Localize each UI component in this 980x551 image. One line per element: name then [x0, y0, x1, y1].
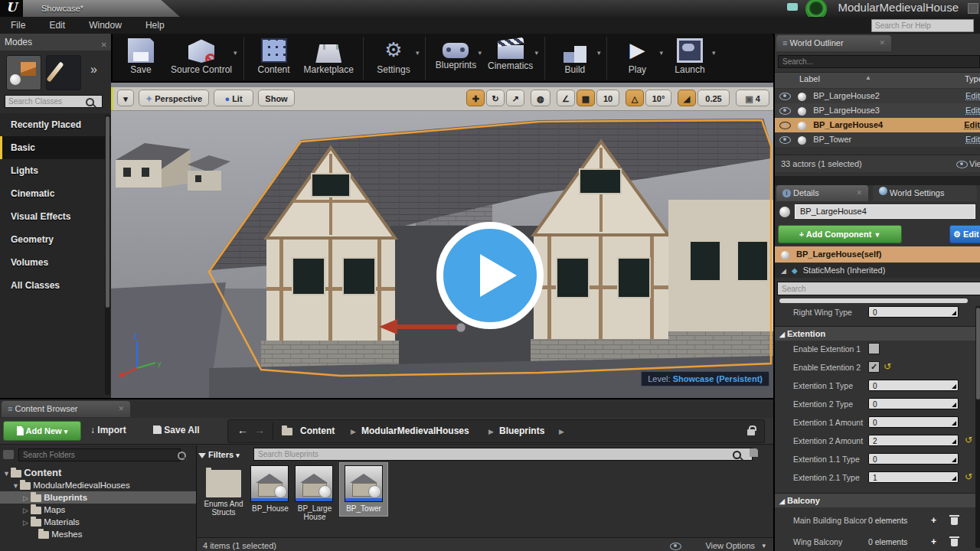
lock-icon[interactable]	[747, 429, 755, 435]
rotation-snap-button[interactable]: △	[626, 90, 644, 106]
show-button[interactable]: Show	[258, 90, 295, 106]
add-component-button[interactable]: + Add Component ▼	[778, 225, 902, 243]
extention-1-type-field[interactable]: 0	[868, 380, 959, 391]
modes-scrollbar[interactable]	[105, 115, 110, 395]
world-local-toggle-button[interactable]: ◍	[531, 90, 550, 106]
view-options-eye-icon[interactable]	[956, 161, 968, 168]
tree-folder-blueprints[interactable]: ▷ Blueprints	[0, 491, 196, 504]
world-outliner-close-icon[interactable]: ✕	[879, 35, 885, 51]
play-dropdown-icon[interactable]: ▾	[659, 49, 663, 57]
right-wing-type-field[interactable]: 0	[868, 306, 959, 318]
scale-snap-value[interactable]: 0.25	[697, 90, 730, 106]
edit-blueprint-link[interactable]: Edit	[965, 89, 980, 103]
extention-2-1-type-field[interactable]: 1	[868, 471, 959, 483]
add-array-element-button[interactable]: +	[931, 511, 936, 530]
category-all-classes[interactable]: All Classes	[0, 274, 111, 297]
settings-dropdown-icon[interactable]: ▾	[416, 49, 420, 57]
scale-snap-button[interactable]: ◢	[678, 90, 696, 106]
asset-bp-tower-selected[interactable]: BP_Tower	[339, 462, 388, 517]
camera-speed-button[interactable]: ▣ 4	[736, 90, 769, 106]
source-control-dropdown-icon[interactable]: ▾	[234, 49, 237, 57]
level-tab[interactable]: Showcase*	[23, 0, 180, 17]
clear-array-button[interactable]	[951, 517, 958, 525]
breadcrumb-blueprints[interactable]: Blueprints	[499, 425, 544, 436]
lit-button[interactable]: ● Lit	[214, 90, 253, 106]
details-close-icon[interactable]: ✕	[856, 185, 862, 201]
visibility-eye-icon[interactable]	[779, 136, 791, 144]
menu-file[interactable]: File	[0, 17, 36, 34]
visibility-eye-icon[interactable]	[779, 93, 791, 100]
collapse-sources-icon[interactable]	[3, 450, 14, 459]
breadcrumb-content[interactable]: Content	[300, 425, 335, 436]
category-lights[interactable]: Lights	[0, 159, 111, 182]
category-volumes[interactable]: Volumes	[0, 251, 111, 274]
launch-button[interactable]: Launch	[665, 37, 715, 77]
visibility-eye-icon[interactable]	[779, 107, 791, 115]
tree-folder-maps[interactable]: ▷ Maps	[0, 504, 196, 516]
content-button[interactable]: Content	[249, 37, 299, 77]
edit-blueprint-button[interactable]: ⚙ Edit Blueprint	[949, 225, 980, 243]
video-play-button[interactable]	[436, 222, 544, 329]
outliner-view-options[interactable]: View	[969, 155, 980, 172]
extention-1-1-type-field[interactable]: 0	[868, 453, 959, 465]
marketplace-button[interactable]: Marketplace	[299, 37, 358, 77]
outliner-column-header[interactable]: Label ▲ Type	[775, 72, 980, 88]
source-control-button[interactable]: Source Control	[166, 37, 237, 77]
viewport-options-dropdown[interactable]: ▾	[117, 90, 134, 106]
world-settings-tab[interactable]: World Settings	[873, 185, 977, 201]
blueprints-dropdown-icon[interactable]: ▾	[478, 49, 482, 57]
outliner-row[interactable]: BP_Tower Edit	[775, 132, 980, 147]
perspective-button[interactable]: ✦ Perspective	[139, 90, 209, 106]
edit-blueprint-link[interactable]: Edit	[965, 103, 980, 118]
outliner-row[interactable]: BP_LargeHouse2 Edit	[775, 89, 980, 103]
component-row-selected[interactable]: BP_LargeHouse(self)	[775, 246, 980, 262]
settings-button[interactable]: ⚙ Settings	[368, 37, 419, 77]
menu-help[interactable]: Help	[135, 17, 175, 34]
launch-dropdown-icon[interactable]: ▾	[712, 49, 716, 57]
add-new-button[interactable]: Add New ▾	[3, 421, 81, 441]
import-button[interactable]: ↓ Import	[90, 421, 126, 439]
component-row[interactable]: ◢ ◆ StaticMesh (Inherited)	[775, 263, 980, 278]
build-dropdown-icon[interactable]: ▾	[597, 49, 601, 57]
asset-bp-large-house[interactable]: BP_Large House	[295, 465, 335, 521]
visibility-eye-icon[interactable]	[779, 122, 791, 129]
back-button[interactable]: ←	[237, 424, 248, 436]
feedback-icon[interactable]	[787, 3, 798, 11]
outliner-row[interactable]: BP_LargeHouse3 Edit	[775, 103, 980, 118]
window-control-icon[interactable]	[968, 3, 978, 14]
edit-blueprint-link[interactable]: Edit	[965, 132, 980, 147]
extention-section-header[interactable]: ◢ Extention	[775, 326, 980, 341]
save-all-button[interactable]: Save All	[153, 421, 200, 439]
forward-button[interactable]: →	[254, 424, 265, 436]
category-basic[interactable]: Basic	[0, 136, 111, 159]
details-scrollbar[interactable]	[975, 306, 980, 548]
rotate-tool-button[interactable]: ↻	[486, 90, 505, 106]
help-search-input[interactable]	[871, 19, 974, 32]
extention-2-amount-field[interactable]: 2	[868, 435, 959, 446]
play-button[interactable]: ▶ Play	[612, 37, 662, 77]
category-cinematic[interactable]: Cinematic	[0, 182, 111, 205]
rotation-snap-value[interactable]: 10°	[645, 90, 671, 106]
paint-mode-button[interactable]	[46, 55, 81, 90]
details-search-input[interactable]	[777, 282, 980, 295]
enable-extention-2-checkbox[interactable]: ✓	[868, 361, 880, 373]
menu-edit[interactable]: Edit	[38, 17, 76, 34]
asset-folder-enums[interactable]: Enums And Structs	[201, 467, 246, 517]
save-button[interactable]: Save	[116, 37, 166, 77]
search-save-icon[interactable]	[750, 448, 758, 457]
category-geometry[interactable]: Geometry	[0, 228, 111, 251]
extention-1-amount-field[interactable]: 0	[868, 416, 959, 428]
details-tab[interactable]: i Details ✕	[776, 185, 868, 201]
modes-expand-icon[interactable]: »	[90, 63, 97, 77]
reset-to-default-icon[interactable]: ↺	[965, 471, 972, 483]
actor-name-field[interactable]: BP_LargeHouse4	[795, 204, 975, 219]
outliner-search-input[interactable]	[778, 55, 980, 68]
category-visual-effects[interactable]: Visual Effects	[0, 205, 111, 228]
tree-folder-meshes[interactable]: Meshes	[0, 528, 196, 540]
extention-2-type-field[interactable]: 0	[868, 398, 959, 409]
modes-close-icon[interactable]: ✕	[101, 37, 107, 54]
surface-snap-button[interactable]: ∠	[557, 90, 575, 106]
content-browser-close-icon[interactable]: ✕	[118, 401, 124, 417]
search-folders-input[interactable]	[18, 448, 181, 461]
blueprints-button[interactable]: Blueprints	[430, 37, 481, 72]
